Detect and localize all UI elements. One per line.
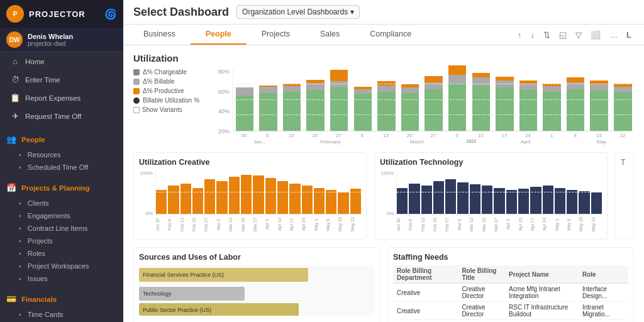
green-segment [283, 92, 301, 131]
gray-segment [519, 84, 537, 90]
green-segment [543, 92, 560, 131]
green-segment [614, 92, 631, 131]
tab-people[interactable]: People [191, 25, 247, 45]
sources-uses-labor: Sources and Uses of Labor Financial Serv… [133, 247, 380, 322]
gray-segment [283, 86, 301, 92]
sidebar: P PROJECTOR 🌀 DW Denis Whelan projector-… [0, 0, 123, 322]
tech-bar-16 [591, 192, 602, 214]
sidebar-item-time-cards[interactable]: Time Cards [0, 308, 123, 321]
dashboard-dropdown[interactable]: Organization Level Dashboards ▾ [236, 5, 360, 19]
topbar: Select Dashboard Organization Level Dash… [123, 0, 644, 25]
bar-group-12 [517, 69, 540, 131]
tech-bar-2 [421, 186, 432, 214]
resize-icon[interactable]: ◱ [557, 29, 569, 41]
projects-icon: 📅 [6, 183, 16, 192]
gray-segment [259, 87, 277, 93]
sidebar-item-issues[interactable]: Issues [0, 272, 123, 285]
gray-segment [401, 87, 419, 93]
sidebar-item-request-time-off[interactable]: ✈ Request Time Off [0, 107, 123, 125]
green-segment [567, 89, 584, 131]
legend-billable: Δ% Billable [133, 78, 210, 85]
sidebar-section-projects[interactable]: 📅 Projects & Planning [0, 179, 123, 197]
gray-segment [236, 87, 253, 96]
export-icon[interactable]: ⬜ [588, 29, 603, 41]
sort-both-icon[interactable]: ⇅ [541, 29, 553, 41]
tech-bar-9 [506, 190, 517, 214]
dashboard-content: Utilization Δ% Chargeable Δ% Billable Δ%… [123, 45, 644, 322]
bar-group-1 [257, 69, 280, 131]
user-name: Denis Whelan [28, 33, 73, 40]
app-logo-icon: P [6, 5, 24, 23]
more-icon[interactable]: … [607, 29, 620, 41]
tabs-bar: Business People Projects Sales Complianc… [123, 25, 644, 45]
expand-icon[interactable]: L [624, 29, 634, 41]
sidebar-item-clients[interactable]: Clients [0, 197, 123, 209]
orange-segment [448, 65, 466, 75]
creative-bar-14 [326, 190, 336, 214]
gray-segment [448, 75, 466, 84]
bar-group-7 [399, 69, 421, 131]
creative-bar-16 [350, 189, 361, 214]
sidebar-item-home[interactable]: ⌂ Home [0, 52, 123, 70]
bar-group-10 [470, 69, 492, 131]
gray-segment [590, 84, 608, 91]
green-segment [496, 87, 513, 131]
tech-bar-3 [433, 181, 444, 214]
tech-bar-7 [482, 186, 492, 214]
tech-bar-4 [445, 179, 456, 214]
partial-chart: T [615, 152, 634, 240]
sidebar-item-project-workspaces[interactable]: Project Workspaces [0, 260, 123, 272]
bar-group-11 [494, 69, 516, 131]
app-name: PROJECTOR [29, 9, 86, 19]
sort-asc-icon[interactable]: ↑ [515, 29, 525, 41]
bar-group-2 [280, 69, 303, 131]
sidebar-item-contract-line-items[interactable]: Contract Line Items [0, 222, 123, 235]
gray-segment [330, 81, 348, 87]
green-segment [377, 92, 395, 131]
sidebar-item-roles[interactable]: Roles [0, 247, 123, 260]
tech-bar-12 [543, 186, 553, 214]
green-segment [330, 87, 348, 131]
orange-segment [425, 76, 442, 82]
sidebar-item-scheduled-time-off[interactable]: Scheduled Time Off [0, 161, 123, 174]
green-segment [448, 84, 466, 131]
people-icon: 👥 [6, 135, 16, 144]
bottom-row: Sources and Uses of Labor Financial Serv… [133, 247, 634, 322]
main-content: Select Dashboard Organization Level Dash… [123, 0, 644, 322]
sidebar-item-report-expenses[interactable]: 📋 Report Expenses [0, 89, 123, 107]
sort-desc-icon[interactable]: ↓ [528, 29, 538, 41]
sidebar-item-enter-time[interactable]: ⏱ Enter Time [0, 70, 123, 89]
logo-decoration-icon: 🌀 [104, 8, 117, 20]
sidebar-section-people[interactable]: 👥 People [0, 130, 123, 148]
creative-bar-15 [338, 192, 348, 214]
small-charts-row: Utilization Creative 100% 0% Jan 30Feb 6… [133, 152, 634, 240]
gray-segment [377, 86, 395, 92]
avatar: DW [6, 31, 23, 48]
sidebar-header: P PROJECTOR 🌀 [0, 0, 123, 28]
creative-bar-0 [156, 190, 167, 214]
filter-icon[interactable]: ▽ [573, 29, 584, 41]
col-role-billing-title: Role Billing Title [458, 265, 505, 284]
tab-sales[interactable]: Sales [305, 25, 355, 45]
tab-compliance[interactable]: Compliance [355, 25, 426, 45]
staffing-table: Role Billing Department Role Billing Tit… [393, 265, 628, 320]
gray-segment [614, 87, 631, 92]
tech-bar-15 [579, 191, 589, 214]
sankey-bar-financial: Financial Services Practice (US) [139, 268, 308, 282]
creative-bar-6 [229, 177, 240, 214]
staffing-needs: Staffing Needs Role Billing Department R… [387, 247, 634, 322]
user-profile[interactable]: DW Denis Whelan projector-dwd [0, 28, 123, 52]
sidebar-item-engagements[interactable]: Engagements [0, 209, 123, 222]
tab-projects[interactable]: Projects [247, 25, 305, 45]
dropdown-arrow-icon: ▾ [350, 8, 354, 16]
sidebar-item-projects[interactable]: Projects [0, 235, 123, 247]
col-role-billing-dept: Role Billing Department [393, 265, 458, 284]
sidebar-section-financials[interactable]: 💳 Financials [0, 290, 123, 308]
tab-business[interactable]: Business [128, 25, 191, 45]
show-variants-toggle[interactable]: Show Variants [133, 106, 210, 113]
bar-group-5 [352, 69, 374, 131]
sidebar-item-resources[interactable]: Resources [0, 148, 123, 161]
green-segment [472, 86, 490, 131]
tech-bar-10 [518, 189, 529, 214]
creative-bar-4 [204, 179, 215, 214]
